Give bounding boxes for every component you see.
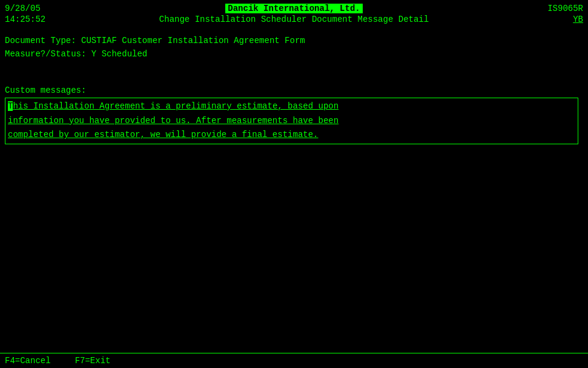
time-value: 14:25:52 xyxy=(5,15,45,24)
subtitle-text: Change Installation Scheduler Document M… xyxy=(159,15,429,24)
custom-messages-section: Custom messages: xyxy=(5,85,583,95)
subtitle-area: Change Installation Scheduler Document M… xyxy=(78,15,510,24)
header-row-2: 14:25:52 Change Installation Scheduler D… xyxy=(5,15,583,24)
screen-code-value: IS9065R xyxy=(547,4,583,13)
title-area: Dancik International, Ltd. xyxy=(78,4,510,13)
user-code-value: YB xyxy=(573,15,583,24)
footer-bar: F4=Cancel F7=Exit xyxy=(0,353,588,368)
app-title: Dancik International, Ltd. xyxy=(225,4,362,13)
date-display: 9/28/05 xyxy=(5,4,78,13)
measure-row: Measure?/Status: Y Scheduled xyxy=(5,47,583,61)
doc-info-section: Document Type: CUSTIAF Customer Installa… xyxy=(5,34,583,61)
screen-code: IS9065R xyxy=(510,4,583,13)
f4-cancel-key[interactable]: F4=Cancel xyxy=(5,356,51,366)
measure-label: Measure?/Status: xyxy=(5,49,86,59)
user-code-area: YB xyxy=(510,15,583,24)
message-line-2: information you have provided to us. Aft… xyxy=(8,114,575,129)
header-row-1: 9/28/05 Dancik International, Ltd. IS906… xyxy=(5,4,583,13)
doc-type-row: Document Type: CUSTIAF Customer Installa… xyxy=(5,34,583,47)
f7-exit-key[interactable]: F7=Exit xyxy=(75,356,111,366)
custom-messages-label: Custom messages: xyxy=(5,85,86,95)
measure-value: Y Scheduled xyxy=(91,49,147,59)
date-value: 9/28/05 xyxy=(5,4,41,13)
doc-type-desc: Customer Installation Agreement Form xyxy=(122,36,305,45)
doc-type-value: CUSTIAF xyxy=(81,36,117,45)
time-display: 14:25:52 xyxy=(5,15,78,24)
terminal-screen: 9/28/05 Dancik International, Ltd. IS906… xyxy=(0,0,588,368)
message-text-box[interactable]: This Installation Agreement is a prelimi… xyxy=(5,98,578,144)
doc-type-label: Document Type: xyxy=(5,36,76,45)
message-line-1: This Installation Agreement is a prelimi… xyxy=(8,99,575,114)
message-line-3: completed by our estimator, we will prov… xyxy=(8,128,575,142)
